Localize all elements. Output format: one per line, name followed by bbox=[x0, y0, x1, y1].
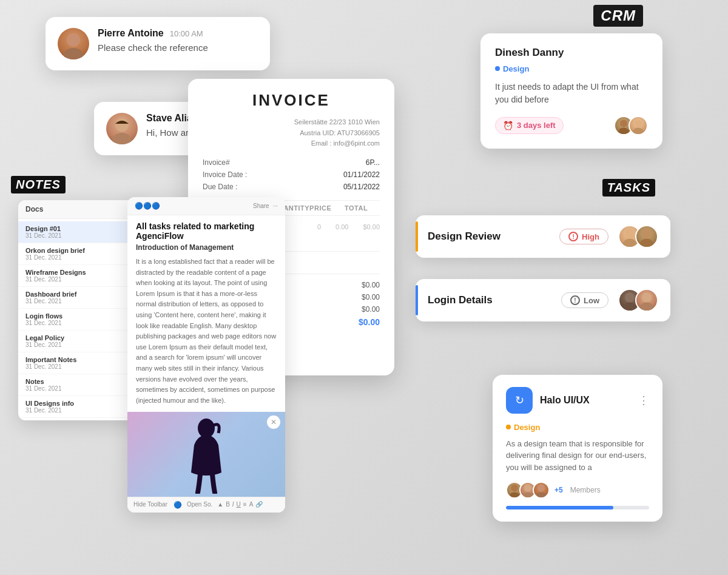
editor-doc-title: All tasks related to marketing AgenciFlo… bbox=[127, 215, 285, 243]
task-card-login-details: Login Details ! Low bbox=[416, 279, 670, 321]
days-left-badge: ⏰ 3 days left bbox=[495, 117, 564, 134]
invoice-date-row: Invoice Date : 01/11/2022 bbox=[203, 169, 380, 181]
avatar-stave bbox=[106, 113, 138, 144]
crm-avatar-2 bbox=[629, 116, 648, 135]
svg-point-22 bbox=[536, 492, 545, 497]
refresh-icon: ↻ bbox=[515, 394, 524, 407]
pierre-name: Pierre Antoine bbox=[98, 28, 164, 39]
project-icon: ↻ bbox=[506, 387, 533, 414]
crm-footer: ⏰ 3 days left bbox=[495, 116, 648, 135]
chat-header-pierre: Pierre Antoine 10:00 AM bbox=[98, 28, 258, 39]
task-name: Design Review bbox=[428, 230, 550, 243]
task-avatar-4 bbox=[635, 289, 658, 312]
task-avatars-2 bbox=[618, 289, 658, 312]
main-scene: CRM NOTES TASKS Pierre Antoine 10:00 AM … bbox=[0, 0, 728, 575]
svg-point-0 bbox=[67, 33, 80, 47]
svg-point-4 bbox=[620, 119, 627, 127]
crm-tag: Design bbox=[495, 64, 529, 73]
project-members: +5 Members bbox=[506, 482, 649, 499]
close-image-button[interactable]: ✕ bbox=[267, 415, 280, 429]
note-title: Legal Policy bbox=[25, 334, 138, 341]
crm-avatars bbox=[614, 116, 648, 135]
invoice-num-row: Invoice# 6P... bbox=[203, 156, 380, 169]
editor-toolbar: Hide Toolbar 🔵 Open So. ▲ B I U ≡ A 🔗 bbox=[127, 497, 285, 513]
task-card-design-review: Design Review ! High bbox=[416, 215, 670, 258]
task-info: Design Review bbox=[428, 230, 550, 243]
svg-point-11 bbox=[642, 229, 652, 238]
task-avatars bbox=[618, 225, 658, 248]
crm-description: It just needs to adapt the UI from what … bbox=[495, 81, 648, 106]
svg-point-15 bbox=[642, 292, 652, 302]
crm-contact-name: Dinesh Danny bbox=[495, 47, 648, 59]
note-item[interactable]: Design #01 31 Dec. 2021 bbox=[18, 221, 146, 243]
priority-icon: ! bbox=[568, 232, 578, 241]
crm-dot bbox=[495, 66, 500, 71]
note-title: Login flows bbox=[25, 312, 138, 320]
note-item[interactable]: Dashboard brief 31 Dec. 2021 bbox=[18, 287, 146, 309]
members-label: Members bbox=[570, 486, 601, 494]
note-date: 31 Dec. 2021 bbox=[25, 276, 138, 283]
svg-point-17 bbox=[511, 485, 518, 492]
svg-point-20 bbox=[523, 492, 532, 497]
progress-bar bbox=[506, 506, 649, 509]
svg-point-16 bbox=[640, 303, 653, 311]
svg-point-5 bbox=[618, 127, 629, 134]
notes-header: Docs bbox=[18, 200, 146, 219]
priority-badge-high: ! High bbox=[559, 229, 608, 244]
invoice-fields: Invoice# 6P... Invoice Date : 01/11/2022… bbox=[203, 156, 380, 193]
editor-doc-subtitle: Introduction of Management bbox=[127, 243, 285, 257]
project-menu-button[interactable]: ⋮ bbox=[638, 394, 649, 407]
tasks-section-label: TASKS bbox=[602, 179, 655, 197]
note-date: 31 Dec. 2021 bbox=[25, 341, 138, 348]
note-item[interactable]: UI Designs info 31 Dec. 2021 bbox=[18, 396, 146, 418]
chat-info-pierre: Pierre Antoine 10:00 AM Please check the… bbox=[98, 28, 258, 53]
task-priority-indicator-low bbox=[416, 285, 418, 315]
pierre-time: 10:00 AM bbox=[170, 29, 203, 38]
svg-point-14 bbox=[623, 303, 636, 311]
note-item[interactable]: Orkon design brief 31 Dec. 2021 bbox=[18, 243, 146, 265]
priority-badge-low: ! Low bbox=[561, 292, 608, 308]
svg-point-1 bbox=[64, 48, 83, 59]
note-title: Orkon design brief bbox=[25, 247, 138, 254]
note-item[interactable]: Legal Policy 31 Dec. 2021 bbox=[18, 331, 146, 352]
editor-image: ✕ bbox=[127, 412, 285, 497]
svg-point-10 bbox=[623, 239, 636, 247]
task-priority-indicator bbox=[416, 221, 418, 252]
note-title: UI Designs info bbox=[25, 400, 138, 407]
crm-card-dinesh: Dinesh Danny Design It just needs to ada… bbox=[480, 33, 662, 149]
crm-section-label: CRM bbox=[593, 5, 643, 27]
pierre-message: Please check the reference bbox=[98, 42, 258, 53]
priority-icon-low: ! bbox=[570, 295, 580, 305]
note-date: 31 Dec. 2021 bbox=[25, 298, 138, 304]
progress-fill bbox=[506, 506, 613, 509]
project-name: Halo UI/UX bbox=[540, 395, 631, 406]
task-info-2: Login Details bbox=[428, 294, 551, 306]
task-avatar-2 bbox=[635, 225, 658, 248]
stave-name: Stave Alia bbox=[146, 113, 192, 124]
chat-card-pierre: Pierre Antoine 10:00 AM Please check the… bbox=[46, 17, 270, 70]
note-item[interactable]: Notes 31 Dec. 2021 bbox=[18, 374, 146, 396]
note-item[interactable]: Important Notes 31 Dec. 2021 bbox=[18, 352, 146, 374]
member-avatar-3 bbox=[533, 482, 550, 499]
svg-point-21 bbox=[538, 485, 545, 492]
editor-card: 🔵🔵🔵 Share ··· All tasks related to marke… bbox=[127, 197, 285, 513]
note-item[interactable]: Login flows 31 Dec. 2021 bbox=[18, 309, 146, 331]
svg-point-6 bbox=[635, 119, 642, 127]
project-header: ↻ Halo UI/UX ⋮ bbox=[506, 387, 649, 414]
note-date: 31 Dec. 2021 bbox=[25, 407, 138, 414]
svg-point-13 bbox=[625, 292, 635, 302]
svg-point-19 bbox=[524, 485, 531, 492]
note-item[interactable]: Wireframe Designs 31 Dec. 2021 bbox=[18, 265, 146, 287]
note-title: Notes bbox=[25, 378, 138, 385]
editor-header: 🔵🔵🔵 Share ··· bbox=[127, 197, 285, 215]
notes-sidebar: Docs Design #01 31 Dec. 2021 Orkon desig… bbox=[18, 200, 146, 420]
note-title: Wireframe Designs bbox=[25, 269, 138, 276]
svg-point-7 bbox=[633, 127, 644, 134]
note-title: Dashboard brief bbox=[25, 291, 138, 298]
due-date-row: Due Date : 05/11/2022 bbox=[203, 181, 380, 193]
task-name-2: Login Details bbox=[428, 294, 551, 306]
project-card-halo: ↻ Halo UI/UX ⋮ Design As a design team t… bbox=[493, 375, 662, 522]
note-date: 31 Dec. 2021 bbox=[25, 320, 138, 326]
note-title: Important Notes bbox=[25, 356, 138, 363]
svg-point-18 bbox=[510, 492, 519, 497]
